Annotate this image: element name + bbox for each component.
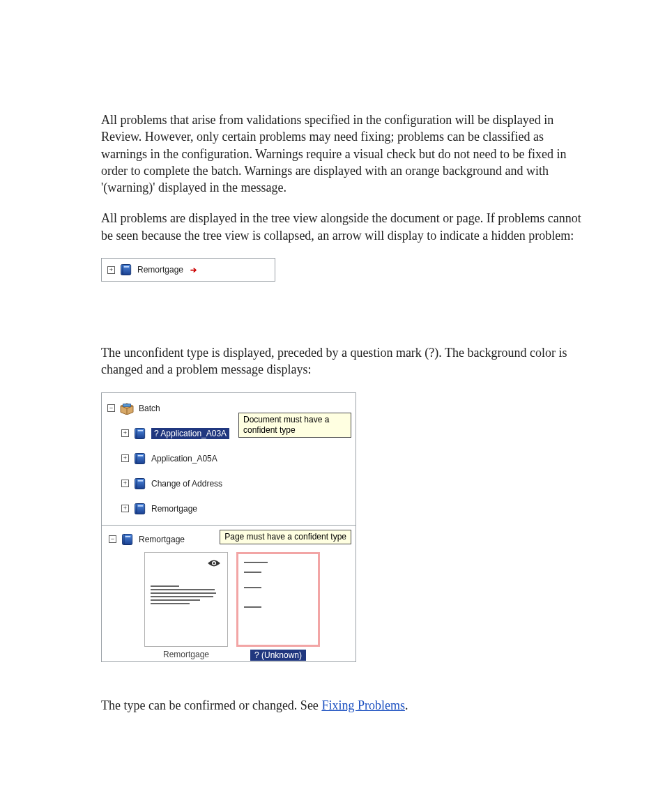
- logo-icon: [206, 558, 222, 568]
- para4-prefix: The type can be confirmed or changed. Se…: [101, 698, 321, 712]
- document-icon: [133, 501, 147, 516]
- paragraph-4: The type can be confirmed or changed. Se…: [101, 697, 588, 714]
- document-icon: [133, 476, 147, 491]
- collapse-toggle[interactable]: −: [107, 404, 115, 412]
- expand-toggle[interactable]: +: [121, 454, 129, 462]
- tree-item-label: Remortgage: [151, 504, 197, 514]
- tree-item-label: Application_A05A: [151, 454, 217, 464]
- tree-item-change-address[interactable]: + Change of Address: [106, 471, 351, 496]
- paragraph-1: All problems that arise from validations…: [101, 112, 588, 196]
- page-thumbnail-1[interactable]: [144, 552, 228, 647]
- collapse-toggle[interactable]: −: [109, 535, 116, 543]
- screenshot-block: Document must have a confident type − Ba…: [101, 392, 356, 662]
- link-fixing-problems[interactable]: Fixing Problems: [321, 698, 405, 712]
- document-icon: [121, 532, 135, 547]
- document-icon: [133, 451, 147, 466]
- tooltip-document-confident: Document must have a confident type: [238, 413, 351, 438]
- expand-toggle[interactable]: +: [121, 480, 129, 487]
- screenshot-collapsed-tree-row: + Remortgage ➔: [101, 258, 275, 282]
- document-icon: [133, 426, 147, 441]
- paragraph-2: All problems are displayed in the tree v…: [101, 210, 588, 244]
- tree-root-label: Remortgage: [139, 535, 185, 544]
- tree-item-label[interactable]: Remortgage: [137, 265, 183, 275]
- tree-item-remortgage[interactable]: + Remortgage: [106, 496, 351, 521]
- screenshot-page-unconfident: Page must have a confident type − Remort…: [101, 526, 356, 662]
- tooltip-page-confident: Page must have a confident type: [220, 530, 351, 544]
- batch-icon: [119, 402, 135, 415]
- tree-item-app-a05a[interactable]: + Application_A05A: [106, 446, 351, 471]
- expand-toggle[interactable]: +: [121, 429, 129, 437]
- tree-root-label: Batch: [139, 404, 160, 413]
- tree-item-label: ? Application_A03A: [151, 428, 229, 439]
- hidden-problem-indicator-icon: ➔: [190, 266, 197, 275]
- thumbnail-caption-selected: ? (Unknown): [250, 650, 306, 661]
- para4-suffix: .: [405, 698, 408, 712]
- screenshot-tree-unconfident-doc: Document must have a confident type − Ba…: [101, 392, 356, 526]
- tree-item-label: Change of Address: [151, 479, 222, 489]
- expand-toggle[interactable]: +: [107, 266, 115, 274]
- paragraph-3: The unconfident type is displayed, prece…: [101, 344, 588, 378]
- page-thumbnail-2[interactable]: [236, 552, 320, 647]
- thumbnail-caption: Remortgage: [163, 650, 209, 659]
- expand-toggle[interactable]: +: [121, 505, 129, 512]
- document-icon: [119, 262, 133, 277]
